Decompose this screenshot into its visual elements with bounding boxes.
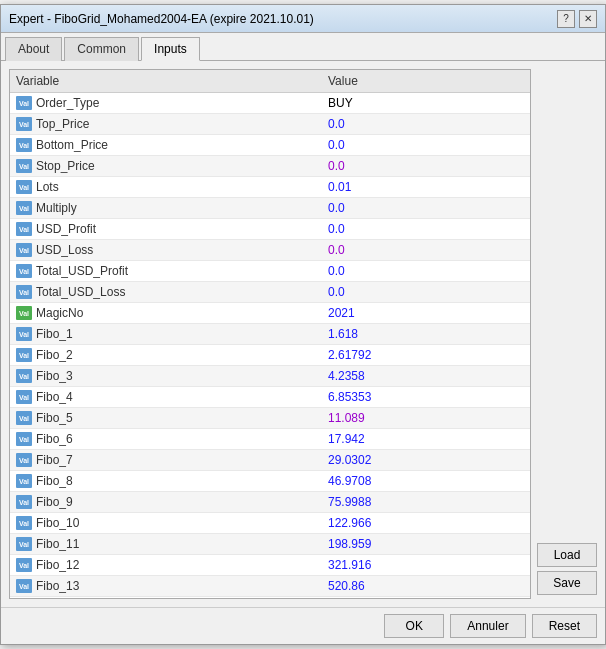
side-buttons-panel: Load Save [531,69,597,599]
var-name: Fibo_1 [36,327,73,341]
table-row[interactable]: ValUSD_Loss0.0 [10,240,530,261]
var-name: Fibo_8 [36,474,73,488]
value-cell-8: 0.0 [322,261,530,282]
var-icon: Val [16,390,32,404]
table-row[interactable]: ValFibo_46.85353 [10,387,530,408]
table-row[interactable]: ValLots0.01 [10,177,530,198]
var-icon: Val [16,306,32,320]
var-cell-10: ValMagicNo [10,303,322,324]
var-cell-3: ValStop_Price [10,156,322,177]
var-name: Fibo_6 [36,432,73,446]
var-icon: Val [16,96,32,110]
col-value: Value [322,70,530,93]
reset-button[interactable]: Reset [532,614,597,638]
var-cell-2: ValBottom_Price [10,135,322,156]
value-cell-16: 17.942 [322,429,530,450]
var-cell-15: ValFibo_5 [10,408,322,429]
var-name: Total_USD_Profit [36,264,128,278]
table-row[interactable]: ValTotal_USD_Profit0.0 [10,261,530,282]
var-cell-1: ValTop_Price [10,114,322,135]
var-cell-20: ValFibo_10 [10,513,322,534]
var-name: Fibo_7 [36,453,73,467]
table-row[interactable]: ValFibo_13520.86 [10,576,530,597]
var-icon: Val [16,432,32,446]
inputs-table-container[interactable]: Variable Value ValOrder_TypeBUYValTop_Pr… [9,69,531,599]
var-cell-5: ValMultiply [10,198,322,219]
table-row[interactable]: ValFibo_511.089 [10,408,530,429]
bottom-bar: OK Annuler Reset [1,607,605,644]
var-name: Order_Type [36,96,99,110]
table-row[interactable]: ValTop_Price0.0 [10,114,530,135]
table-row[interactable]: ValFibo_975.9988 [10,492,530,513]
load-button[interactable]: Load [537,543,597,567]
table-row[interactable]: ValMagicNo2021 [10,303,530,324]
value-cell-15: 11.089 [322,408,530,429]
value-cell-17: 29.0302 [322,450,530,471]
table-row[interactable]: ValFibo_22.61792 [10,345,530,366]
var-name: USD_Profit [36,222,96,236]
save-button[interactable]: Save [537,571,597,595]
var-name: Fibo_5 [36,411,73,425]
main-row: Variable Value ValOrder_TypeBUYValTop_Pr… [9,69,597,599]
table-header-row: Variable Value [10,70,530,93]
table-row[interactable]: ValFibo_617.942 [10,429,530,450]
value-cell-21: 198.959 [322,534,530,555]
table-body: ValOrder_TypeBUYValTop_Price0.0ValBottom… [10,93,530,600]
table-row[interactable]: ValFibo_729.0302 [10,450,530,471]
var-cell-12: ValFibo_2 [10,345,322,366]
var-icon: Val [16,369,32,383]
table-row[interactable]: ValStop_Price0.0 [10,156,530,177]
tab-inputs[interactable]: Inputs [141,37,200,61]
var-cell-4: ValLots [10,177,322,198]
var-cell-6: ValUSD_Profit [10,219,322,240]
cancel-button[interactable]: Annuler [450,614,525,638]
tabs-bar: About Common Inputs [1,33,605,61]
var-icon: Val [16,222,32,236]
content-area: Variable Value ValOrder_TypeBUYValTop_Pr… [1,61,605,607]
value-cell-2: 0.0 [322,135,530,156]
var-name: Fibo_11 [36,537,79,551]
table-row[interactable]: ValFibo_846.9708 [10,471,530,492]
var-cell-21: ValFibo_11 [10,534,322,555]
var-icon: Val [16,285,32,299]
table-row[interactable]: ValFibo_10122.966 [10,513,530,534]
var-cell-19: ValFibo_9 [10,492,322,513]
table-row[interactable]: ValMultiply0.0 [10,198,530,219]
var-icon: Val [16,138,32,152]
var-cell-18: ValFibo_8 [10,471,322,492]
value-cell-4: 0.01 [322,177,530,198]
table-row[interactable]: ValFibo_12321.916 [10,555,530,576]
table-row[interactable]: ValFibo_34.2358 [10,366,530,387]
close-button[interactable]: ✕ [579,10,597,28]
var-icon: Val [16,579,32,593]
var-name: Total_USD_Loss [36,285,125,299]
table-row[interactable]: ValFibo_11198.959 [10,534,530,555]
var-cell-14: ValFibo_4 [10,387,322,408]
var-cell-11: ValFibo_1 [10,324,322,345]
var-name: USD_Loss [36,243,93,257]
var-name: Fibo_10 [36,516,79,530]
tab-about[interactable]: About [5,37,62,61]
var-name: Lots [36,180,59,194]
table-row[interactable]: ValFibo_11.618 [10,324,530,345]
tab-common[interactable]: Common [64,37,139,61]
value-cell-11: 1.618 [322,324,530,345]
table-row[interactable]: ValOrder_TypeBUY [10,93,530,114]
table-row[interactable]: ValFibo_14842.751 [10,597,530,600]
var-cell-0: ValOrder_Type [10,93,322,114]
table-row[interactable]: ValUSD_Profit0.0 [10,219,530,240]
ok-button[interactable]: OK [384,614,444,638]
var-icon: Val [16,117,32,131]
table-row[interactable]: ValTotal_USD_Loss0.0 [10,282,530,303]
var-icon: Val [16,348,32,362]
help-button[interactable]: ? [557,10,575,28]
var-cell-16: ValFibo_6 [10,429,322,450]
var-icon: Val [16,453,32,467]
var-name: Multiply [36,201,77,215]
inputs-table: Variable Value ValOrder_TypeBUYValTop_Pr… [10,70,530,599]
value-cell-18: 46.9708 [322,471,530,492]
value-cell-1: 0.0 [322,114,530,135]
table-row[interactable]: ValBottom_Price0.0 [10,135,530,156]
var-name: Top_Price [36,117,89,131]
var-icon: Val [16,264,32,278]
